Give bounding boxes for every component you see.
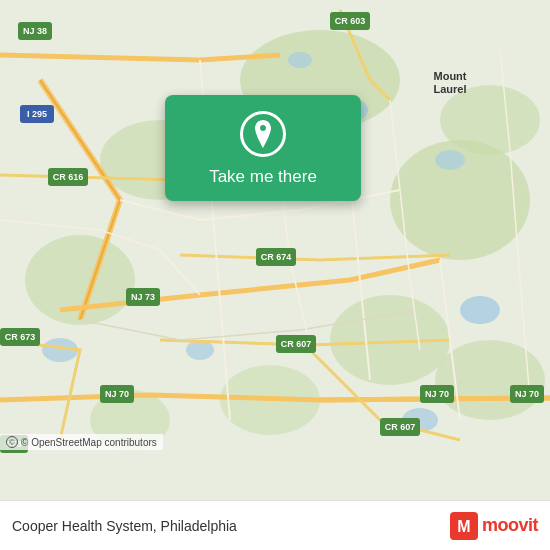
bottom-bar: Cooper Health System, Philadelphia M moo… [0,500,550,550]
svg-text:CR 607: CR 607 [281,339,312,349]
svg-point-13 [460,296,500,324]
location-pin-icon [240,111,286,157]
svg-text:CR 607: CR 607 [385,422,416,432]
svg-text:CR 674: CR 674 [261,252,292,262]
svg-text:NJ 38: NJ 38 [23,26,47,36]
location-label: Cooper Health System, Philadelphia [12,518,237,534]
moovit-label: moovit [482,515,538,536]
svg-text:NJ 70: NJ 70 [105,389,129,399]
svg-text:CR 603: CR 603 [335,16,366,26]
svg-point-12 [435,150,465,170]
map-background: NJ 38 CR 603 I 295 CR 616 CR 674 NJ 73 C… [0,0,550,500]
svg-text:CR 616: CR 616 [53,172,84,182]
moovit-logo: M moovit [450,512,538,540]
take-me-there-label: Take me there [209,167,317,187]
svg-text:NJ 73: NJ 73 [131,292,155,302]
svg-point-4 [440,85,540,155]
svg-text:NJ 70: NJ 70 [425,389,449,399]
map-container: NJ 38 CR 603 I 295 CR 616 CR 674 NJ 73 C… [0,0,550,500]
svg-text:CR 673: CR 673 [5,332,36,342]
svg-text:I 295: I 295 [27,109,47,119]
copyright-notice: © © OpenStreetMap contributors [0,434,163,450]
svg-text:Mount: Mount [434,70,467,82]
svg-text:NJ 70: NJ 70 [515,389,539,399]
svg-point-11 [288,52,312,68]
svg-text:Laurel: Laurel [433,83,466,95]
moovit-icon: M [450,512,478,540]
svg-text:M: M [457,518,470,535]
copyright-text: © OpenStreetMap contributors [21,437,157,448]
navigation-popup[interactable]: Take me there [165,95,361,201]
copyright-icon: © [6,436,18,448]
